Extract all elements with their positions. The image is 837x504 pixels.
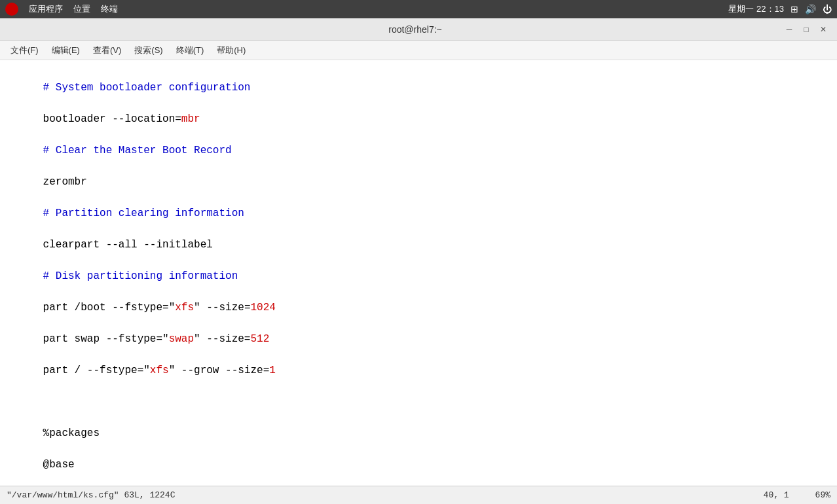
code-line-7: # Disk partitioning information bbox=[43, 270, 238, 282]
menu-bar: 文件(F) 编辑(E) 查看(V) 搜索(S) 终端(T) 帮助(H) bbox=[0, 41, 837, 60]
code-line-13: @base bbox=[43, 459, 75, 471]
minimize-button[interactable]: ─ bbox=[783, 24, 795, 35]
system-bar: 应用程序 位置 终端 星期一 22：13 ⊞ 🔊 ⏻ bbox=[0, 0, 837, 18]
cursor-position: 40, 1 bbox=[764, 490, 789, 500]
code-line-10: part / --fstype="xfs" --grow --size=1 bbox=[43, 365, 276, 376]
menu-view[interactable]: 查看(V) bbox=[88, 43, 126, 58]
terminal-content[interactable]: # System bootloader configuration bootlo… bbox=[0, 60, 837, 486]
network-icon: ⊞ bbox=[790, 4, 798, 14]
code-line-3: # Clear the Master Boot Record bbox=[43, 145, 232, 156]
code-line-4: zerombr bbox=[43, 176, 87, 188]
volume-icon: 🔊 bbox=[805, 4, 816, 14]
code-line-8: part /boot --fstype="xfs" --size=1024 bbox=[43, 302, 276, 314]
app-menu[interactable]: 应用程序 bbox=[29, 3, 63, 15]
close-button[interactable]: ✕ bbox=[817, 24, 829, 35]
code-line-1: # System bootloader configuration bbox=[43, 82, 251, 94]
maximize-button[interactable]: □ bbox=[800, 24, 812, 35]
window-title: root@rhel7:~ bbox=[47, 24, 783, 35]
code-line-12: %packages bbox=[43, 427, 100, 439]
status-bar: "/var/www/html/ks.cfg" 63L, 1224C 40, 1 … bbox=[0, 486, 837, 504]
terminal-window: root@rhel7:~ ─ □ ✕ 文件(F) 编辑(E) 查看(V) 搜索(… bbox=[0, 18, 837, 504]
code-line-5: # Partition clearing information bbox=[43, 207, 244, 219]
code-line-6: clearpart --all --initlabel bbox=[43, 239, 213, 251]
location-menu[interactable]: 位置 bbox=[73, 3, 90, 15]
datetime: 星期一 22：13 bbox=[728, 3, 784, 15]
code-line-2: bootloader --location=mbr bbox=[43, 113, 200, 125]
file-info: "/var/www/html/ks.cfg" 63L, 1224C bbox=[7, 490, 175, 500]
system-bar-right: 星期一 22：13 ⊞ 🔊 ⏻ bbox=[728, 3, 832, 15]
status-right: 40, 1 69% bbox=[764, 490, 830, 500]
menu-file[interactable]: 文件(F) bbox=[5, 43, 44, 58]
window-controls: ─ □ ✕ bbox=[783, 24, 829, 35]
menu-edit[interactable]: 编辑(E) bbox=[46, 43, 85, 58]
title-bar: root@rhel7:~ ─ □ ✕ bbox=[0, 18, 837, 41]
menu-help[interactable]: 帮助(H) bbox=[212, 43, 251, 58]
code-display: # System bootloader configuration bootlo… bbox=[5, 64, 832, 486]
power-icon: ⏻ bbox=[823, 4, 832, 14]
menu-search[interactable]: 搜索(S) bbox=[129, 43, 168, 58]
menu-terminal[interactable]: 终端(T) bbox=[171, 43, 210, 58]
code-line-9: part swap --fstype="swap" --size=512 bbox=[43, 333, 270, 345]
system-bar-left: 应用程序 位置 终端 bbox=[5, 3, 118, 16]
terminal-menu[interactable]: 终端 bbox=[101, 3, 118, 15]
scroll-percentage: 69% bbox=[815, 490, 830, 500]
app-logo-icon bbox=[5, 3, 18, 16]
